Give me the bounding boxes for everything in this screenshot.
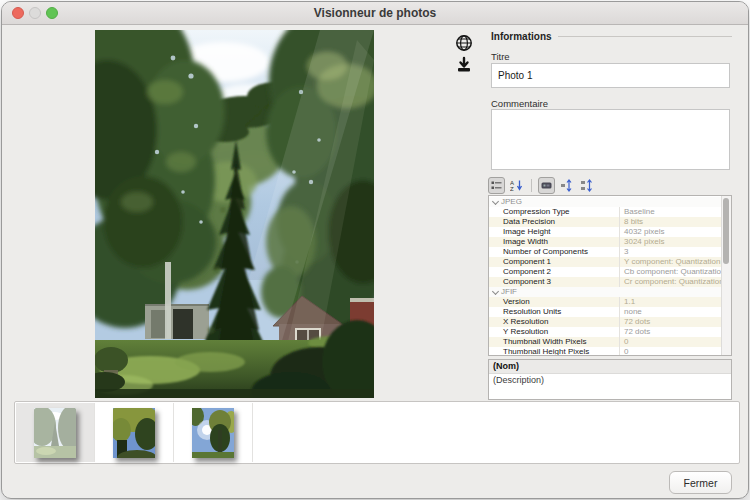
thumbnail-1: [34, 408, 76, 458]
metadata-value: 1.1: [620, 297, 722, 307]
download-button[interactable]: [455, 55, 475, 75]
download-icon: [455, 56, 475, 74]
svg-text:A: A: [510, 179, 514, 185]
metadata-value: 0: [620, 347, 722, 356]
metadata-value: 3: [620, 247, 722, 257]
photo-display: [95, 30, 374, 398]
metadata-row[interactable]: Thumbnail Width Pixels0: [489, 337, 722, 347]
thumbnail-2: [113, 408, 155, 458]
metadata-value: 8 bits: [620, 217, 722, 227]
metadata-key: Component 1: [489, 257, 620, 267]
metadata-row[interactable]: X Resolution72 dots: [489, 317, 722, 327]
metadata-rows: JPEGCompression TypeBaselineData Precisi…: [489, 197, 722, 356]
thumbnail-cell-3[interactable]: [174, 403, 253, 462]
scrollbar-thumb[interactable]: [723, 198, 729, 264]
header-rule: [558, 36, 732, 37]
metadata-key: Version: [489, 297, 620, 307]
metadata-value: Cr component: Quantization tab...: [620, 277, 722, 287]
metadata-key: Component 3: [489, 277, 620, 287]
informations-header: Informations: [491, 31, 732, 42]
metadata-table: JPEGCompression TypeBaselineData Precisi…: [488, 195, 732, 356]
metadata-row[interactable]: Thumbnail Height Pixels0: [489, 347, 722, 356]
metadata-value: Cb component: Quantization ta...: [620, 267, 722, 277]
comment-textarea[interactable]: [491, 109, 730, 170]
metadata-value: 72 dots: [620, 317, 722, 327]
metadata-row[interactable]: Version1.1: [489, 297, 722, 307]
globe-button[interactable]: [455, 33, 475, 53]
description-panel: (Nom) (Description): [488, 359, 732, 400]
metadata-row[interactable]: Resolution Unitsnone: [489, 307, 722, 317]
metadata-value: 4032 pixels: [620, 227, 722, 237]
metadata-row[interactable]: Data Precision8 bits: [489, 217, 722, 227]
informations-label: Informations: [491, 31, 552, 42]
category-view-button[interactable]: [488, 177, 505, 194]
metadata-key: Compression Type: [489, 207, 620, 217]
metadata-value: none: [620, 307, 722, 317]
photo-viewer-window: Visionneur de photos: [1, 1, 749, 499]
metadata-value: 0: [620, 337, 722, 347]
thumbnail-cell-2[interactable]: [95, 403, 174, 462]
metadata-key: Data Precision: [489, 217, 620, 227]
metadata-group-row[interactable]: JFIF: [489, 287, 722, 297]
tag-name: (Nom): [489, 360, 731, 374]
metadata-key: X Resolution: [489, 317, 620, 327]
metadata-key: Component 2: [489, 267, 620, 277]
metadata-row[interactable]: Number of Components3: [489, 247, 722, 257]
metadata-key: Y Resolution: [489, 327, 620, 337]
metadata-key: Number of Components: [489, 247, 620, 257]
title-label: Titre: [491, 51, 510, 62]
sort-alphabetical-button[interactable]: A Z: [508, 177, 525, 194]
group-name: JFIF: [498, 287, 517, 297]
metadata-key: Image Width: [489, 237, 620, 247]
metadata-row[interactable]: Y Resolution72 dots: [489, 327, 722, 337]
show-description-button[interactable]: [538, 177, 555, 194]
close-button[interactable]: Fermer: [669, 471, 732, 494]
metadata-row[interactable]: Compression TypeBaseline: [489, 207, 722, 217]
title-input[interactable]: [491, 63, 730, 88]
svg-text:Z: Z: [510, 186, 514, 192]
window-title: Visionneur de photos: [2, 2, 748, 24]
group-name: JPEG: [498, 197, 522, 207]
metadata-value: Y component: Quantization tabl...: [620, 257, 722, 267]
metadata-key: Thumbnail Height Pixels: [489, 347, 620, 356]
toolbar-separator: [531, 179, 532, 192]
metadata-group-row[interactable]: JPEG: [489, 197, 722, 207]
metadata-key: Thumbnail Width Pixels: [489, 337, 620, 347]
metadata-row[interactable]: Component 1Y component: Quantization tab…: [489, 257, 722, 267]
metadata-scrollbar[interactable]: [721, 196, 731, 355]
titlebar: Visionneur de photos: [2, 2, 748, 25]
photo-trees: [95, 30, 374, 398]
comment-label: Commentaire: [491, 98, 548, 109]
globe-icon: [455, 34, 475, 52]
metadata-value: 72 dots: [620, 327, 722, 337]
metadata-toolbar: A Z: [488, 176, 595, 194]
metadata-row[interactable]: Image Width3024 pixels: [489, 237, 722, 247]
metadata-row[interactable]: Component 3Cr component: Quantization ta…: [489, 277, 722, 287]
expand-node-button[interactable]: [558, 177, 575, 194]
metadata-key: Resolution Units: [489, 307, 620, 317]
thumbnail-strip: [14, 401, 740, 464]
metadata-value: 3024 pixels: [620, 237, 722, 247]
tag-description: (Description): [489, 374, 731, 386]
metadata-row[interactable]: Image Height4032 pixels: [489, 227, 722, 237]
thumbnail-3: [192, 408, 234, 458]
thumbnail-cell-1[interactable]: [16, 403, 95, 462]
expand-all-button[interactable]: [578, 177, 595, 194]
metadata-row[interactable]: Component 2Cb component: Quantization ta…: [489, 267, 722, 277]
metadata-key: Image Height: [489, 227, 620, 237]
metadata-value: Baseline: [620, 207, 722, 217]
